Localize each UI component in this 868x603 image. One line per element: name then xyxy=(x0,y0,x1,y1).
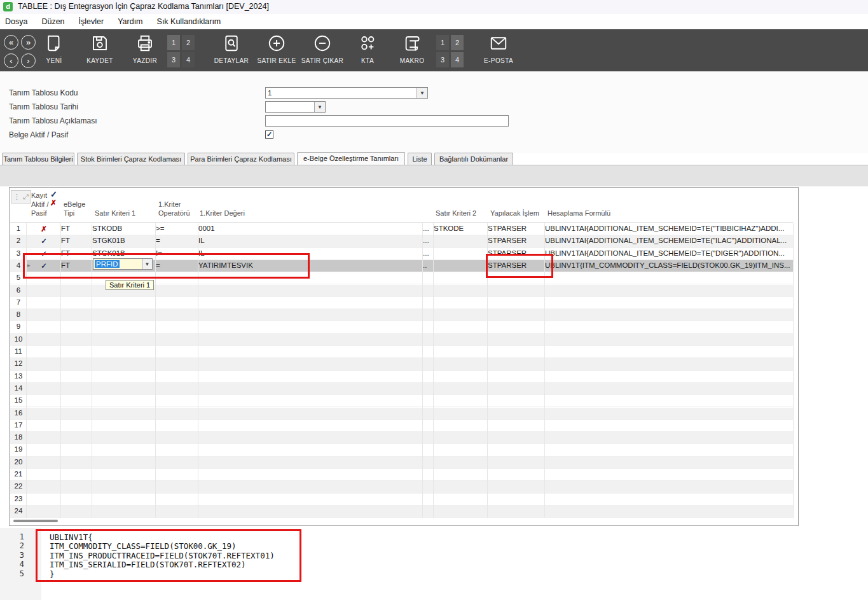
macro-icon xyxy=(403,34,422,53)
table-row[interactable]: 18 xyxy=(10,432,793,444)
table-row[interactable]: 11 xyxy=(10,346,793,358)
table-row[interactable]: 20 xyxy=(10,457,793,469)
table-row[interactable]: 8 xyxy=(10,309,793,321)
editor-selected-text: PRFID xyxy=(95,260,120,268)
tab-liste[interactable]: Liste xyxy=(408,153,432,165)
menu-item-d-zen[interactable]: Düzen xyxy=(41,17,64,26)
page-number-1[interactable]: 1 xyxy=(167,35,180,50)
row-number: 11 xyxy=(10,347,27,355)
table-row[interactable]: 9 xyxy=(10,321,793,333)
row-number: 18 xyxy=(10,433,27,441)
nav-prev-button[interactable]: ‹ xyxy=(4,53,18,68)
row-number: 12 xyxy=(10,359,27,367)
nav-last-button[interactable]: » xyxy=(21,35,36,50)
cell-lookup: .. xyxy=(423,261,434,269)
print-button[interactable]: YAZDIR xyxy=(126,29,164,67)
page-grid-2: 1234 xyxy=(436,35,464,67)
add-row-button[interactable]: SATIR EKLE xyxy=(254,29,299,67)
menu-item-s-k-kulland-klar-m[interactable]: Sık Kullandıklarım xyxy=(157,17,221,26)
table-row[interactable]: 21 xyxy=(10,469,793,481)
col-header-kayit-aktif-pasif[interactable]: Kayıt xyxy=(31,191,47,199)
col-header-satir-kriteri-1[interactable]: Satır Kriteri 1 xyxy=(95,209,135,217)
row-number: 15 xyxy=(10,396,27,404)
row-number: 2 xyxy=(10,237,27,244)
table-row[interactable]: 24 xyxy=(10,506,793,518)
menu-item-i-levler[interactable]: İşlevler xyxy=(79,17,104,26)
satir-kriteri-1-cell-editor[interactable]: PRFID ▼ xyxy=(93,258,153,270)
table-row[interactable]: 2✓FTSTGK01B=IL...STPARSERUBLINV1TAI{ADDI… xyxy=(10,235,793,247)
remove-row-button[interactable]: SATIR ÇIKAR xyxy=(297,29,348,67)
horizontal-scrollbar-thumb[interactable] xyxy=(13,520,58,522)
table-row[interactable]: 14 xyxy=(10,383,793,395)
chevron-down-icon[interactable]: ▼ xyxy=(314,102,325,112)
field-label-tanim-tablosu-tarihi: Tanım Tablosu Tarihi xyxy=(9,102,78,111)
page-number-2[interactable]: 2 xyxy=(451,35,464,50)
tanim-tablosu-kodu-value: 1 xyxy=(266,89,417,97)
table-row[interactable]: 17 xyxy=(10,420,793,432)
email-button[interactable]: E-POSTA xyxy=(476,29,521,67)
cell-sk1: STGK01B xyxy=(92,249,156,257)
table-row[interactable]: 23 xyxy=(10,494,793,506)
code-line-number: 4 xyxy=(0,560,24,569)
row-number: 1 xyxy=(10,225,27,232)
new-button[interactable]: YENİ xyxy=(35,29,73,67)
page-number-1[interactable]: 1 xyxy=(436,35,449,50)
col-header-hesaplama-formulu[interactable]: Hesaplama Formülü xyxy=(548,209,610,217)
cell-aktif: ✓ xyxy=(27,261,61,270)
tanim-tablosu-aciklamasi-input[interactable] xyxy=(265,115,509,127)
col-header-ebelge-tipi[interactable]: eBelge xyxy=(64,200,85,208)
table-row[interactable]: 15 xyxy=(10,395,793,407)
chevron-down-icon[interactable]: ▼ xyxy=(142,259,152,269)
cell-sk1: STKODB xyxy=(92,225,156,232)
nav-first-button[interactable]: « xyxy=(4,35,18,50)
tanim-tablosu-tarihi-combo[interactable]: ▼ xyxy=(265,101,326,113)
table-row[interactable]: 7 xyxy=(10,297,793,309)
header-x-icon[interactable]: ✗ xyxy=(50,198,57,207)
table-row[interactable]: 12 xyxy=(10,358,793,370)
tab-e-belge-zelle-tirme-tan-mlar-[interactable]: e-Belge Özelleştirme Tanımları xyxy=(297,152,405,165)
col-header-1kriter-degeri[interactable]: 1.Kriter Değeri xyxy=(200,209,245,217)
row-number: 20 xyxy=(10,458,27,466)
row-number: 17 xyxy=(10,421,27,429)
table-row[interactable]: 16 xyxy=(10,408,793,420)
col-header-1kriter-operatoru-2: Operatörü xyxy=(158,209,190,217)
grid-corner-buttons[interactable]: ⋮ ⤢ xyxy=(11,190,31,204)
table-row[interactable]: 19 xyxy=(10,444,793,456)
page-number-4[interactable]: 4 xyxy=(182,52,195,67)
cell-op: = xyxy=(156,237,198,244)
save-button[interactable]: KAYDET xyxy=(81,29,119,67)
page-number-4[interactable]: 4 xyxy=(451,52,464,67)
belge-aktif-pasif-checkbox[interactable]: ✓ xyxy=(265,130,273,139)
menu-item-yard-m[interactable]: Yardım xyxy=(118,17,142,26)
code-panel[interactable]: 1UBLINV1T{2ITM_COMMODITY_CLASS=FIELD(STO… xyxy=(0,528,868,603)
cell-formul: UBLINV1TAI{ADDITIONAL_ITEM_SCHEMEID=TE("… xyxy=(545,237,794,244)
table-row[interactable]: 1✗FTSTKODB>=0001...STKODESTPARSERUBLINV1… xyxy=(10,223,793,235)
kta-button[interactable]: KTA xyxy=(348,29,387,67)
row-number: 24 xyxy=(10,507,27,515)
tab-ba-lant-l-dok-manlar[interactable]: Bağlantılı Dokümanlar xyxy=(434,153,513,165)
page-number-2[interactable]: 2 xyxy=(182,35,195,50)
cell-deger: IL xyxy=(198,249,423,257)
cell-formul: UBLINV1T{ITM_COMMODITY_CLASS=FIELD(STOK0… xyxy=(545,261,794,269)
table-row[interactable]: 22 xyxy=(10,481,793,493)
page-number-3[interactable]: 3 xyxy=(167,52,180,67)
chevron-down-icon[interactable]: ▼ xyxy=(417,88,427,98)
col-header-yapilacak-islem[interactable]: Yapılacak İşlem xyxy=(490,209,539,217)
col-header-1kriter-operatoru[interactable]: 1.Kriter xyxy=(158,200,181,208)
tanim-tablosu-kodu-combo[interactable]: 1 ▼ xyxy=(265,87,428,99)
nav-next-button[interactable]: › xyxy=(21,53,36,68)
col-header-satir-kriteri-2[interactable]: Satır Kriteri 2 xyxy=(436,209,476,217)
table-row[interactable]: 10 xyxy=(10,334,793,346)
tab-para-birimleri-apraz-kodlamas-[interactable]: Para Birimleri Çapraz Kodlaması xyxy=(188,153,294,165)
details-button[interactable]: DETAYLAR xyxy=(209,29,254,67)
header-check-icon[interactable]: ✓ xyxy=(50,190,57,199)
tab-tan-m-tablosu-bilgileri[interactable]: Tanım Tablosu Bilgileri xyxy=(2,153,74,165)
macro-button[interactable]: MAKRO xyxy=(390,29,434,67)
menu-item-dosya[interactable]: Dosya xyxy=(5,17,27,26)
add-row-icon xyxy=(267,34,286,53)
tab-stok-birimleri-apraz-kodlamas-[interactable]: Stok Birimleri Çapraz Kodlaması xyxy=(77,153,185,165)
page-number-3[interactable]: 3 xyxy=(436,52,449,67)
code-line-number: 2 xyxy=(0,541,24,550)
cell-lookup: ... xyxy=(423,225,434,232)
table-row[interactable]: 13 xyxy=(10,371,793,383)
